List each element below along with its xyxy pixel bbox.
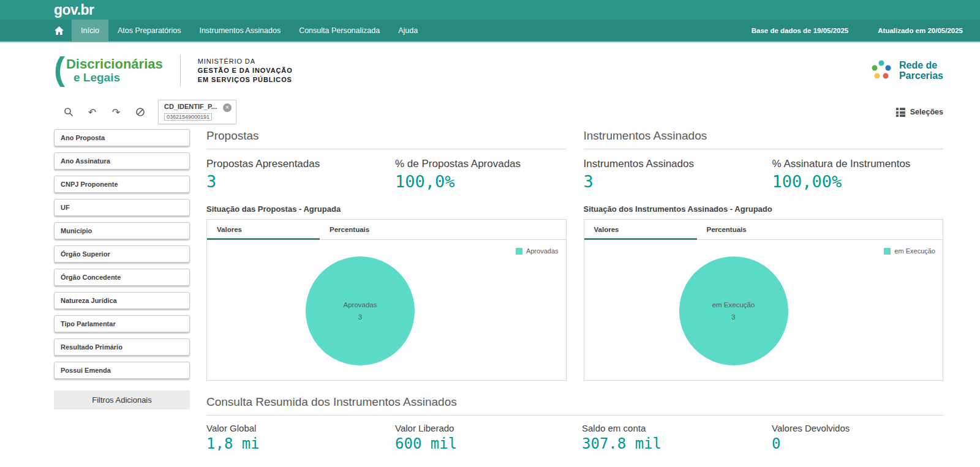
selection-chip-value: 03621549000191 [164, 113, 212, 121]
filter-tipo-parlamentar[interactable]: Tipo Parlamentar [54, 315, 190, 332]
ministry-wordmark: MINISTÉRIO DA GESTÃO E DA INOVAÇÃO EM SE… [198, 57, 293, 84]
rede-de-parcerias-icon [869, 58, 894, 83]
selections-back-button[interactable]: ↶ [84, 104, 100, 121]
filter-uf[interactable]: UF [54, 199, 190, 216]
selections-forward-button[interactable]: ↷ [108, 104, 124, 121]
pie-slice-label: Aprovadas [344, 301, 377, 308]
filters-sidebar: Ano Proposta Ano Assinatura CNPJ Propone… [54, 129, 190, 452]
clear-selections-icon [135, 107, 145, 117]
clear-selections-button[interactable] [132, 104, 148, 121]
propostas-pie-slice[interactable]: Aprovadas 3 [306, 256, 415, 365]
nav-info: Base de dados de 19/05/2025 Atualizado e… [752, 20, 963, 41]
tab-percentuais[interactable]: Percentuais [697, 220, 810, 239]
rede-text: Rede de Parcerias [899, 60, 943, 81]
discricionarias-logo: ( Discricionárias e Legais [54, 58, 163, 83]
kpi-label: % Assinatura de Instrumentos [772, 158, 944, 170]
main-navbar: Início Atos Preparatórios Instrumentos A… [0, 20, 980, 42]
home-icon [54, 26, 64, 35]
filter-ano-proposta[interactable]: Ano Proposta [54, 129, 190, 146]
smart-search-button[interactable] [60, 104, 77, 121]
top-columns: Propostas Propostas Apresentadas 3 % de … [206, 129, 943, 381]
kpi-value: 100,00% [772, 172, 944, 191]
instrumentos-section: Instrumentos Assinados Instrumentos Assi… [584, 129, 944, 381]
ministry-line3: EM SERVIÇOS PÚBLICOS [198, 75, 293, 84]
consulta-resumida-kpis: Valor Global 1,8 mi Valor Liberado 600 m… [206, 423, 943, 452]
kpi-valor-global: Valor Global 1,8 mi [206, 423, 395, 452]
legend-swatch [516, 248, 522, 255]
kpi-label: Valor Liberado [395, 423, 582, 433]
kpi-label: Valor Global [206, 423, 395, 433]
selecoes-label: Seleções [910, 108, 943, 116]
nav-item-atos-preparatorios[interactable]: Atos Preparatórios [108, 20, 190, 41]
filter-orgao-concedente[interactable]: Órgão Concedente [54, 269, 190, 286]
filter-ano-assinatura[interactable]: Ano Assinatura [54, 152, 190, 170]
kpi-value: 0 [772, 435, 943, 452]
dashboard-main: Propostas Propostas Apresentadas 3 % de … [190, 129, 980, 452]
step-back-icon: ↶ [88, 106, 96, 118]
instrumentos-legend[interactable]: em Execução [884, 247, 935, 255]
kpi-label: Saldo em conta [582, 423, 772, 433]
kpi-value: 307.8 mil [582, 435, 772, 452]
selection-chip-cd-identif[interactable]: CD_IDENTIF_P... 03621549000191 × [158, 100, 236, 124]
selection-chip-field: CD_IDENTIF_P... [164, 103, 217, 110]
filter-resultado-primario[interactable]: Resultado Primário [54, 338, 190, 356]
home-button[interactable] [47, 20, 72, 41]
nav-item-ajuda[interactable]: Ajuda [389, 20, 427, 41]
propostas-chart-tabs: Valores Percentuais [207, 220, 566, 240]
kpi-value: 100,0% [395, 172, 567, 191]
tab-valores[interactable]: Valores [207, 220, 320, 239]
filter-orgao-superior[interactable]: Órgão Superior [54, 245, 190, 263]
propostas-legend[interactable]: Aprovadas [516, 247, 559, 255]
govbr-top-bar: gov.br [0, 0, 980, 20]
app-logo-line1: Discricionárias [66, 58, 163, 71]
legend-label: Aprovadas [526, 247, 559, 255]
kpi-valores-devolvidos: Valores Devolvidos 0 [772, 423, 943, 452]
instrumentos-chart-title: Situação dos Instrumentos Assinados - Ag… [584, 204, 944, 214]
kpi-value: 600 mil [395, 435, 582, 452]
dashboard-body: Ano Proposta Ano Assinatura CNPJ Propone… [0, 129, 980, 452]
step-forward-icon: ↷ [112, 106, 120, 118]
kpi-pct-propostas-aprovadas: % de Propostas Aprovadas 100,0% [395, 158, 567, 191]
pie-slice-label: em Execução [712, 301, 755, 308]
updated-date-label: Atualizado em 20/05/2025 [878, 27, 963, 34]
kpi-label: Propostas Apresentadas [206, 158, 395, 170]
govbr-logo[interactable]: gov.br [54, 2, 94, 18]
instrumentos-pie-area: em Execução em Execução 3 [584, 240, 943, 380]
propostas-chart: Valores Percentuais Aprovadas Aprovadas … [206, 219, 567, 381]
search-icon [64, 107, 74, 117]
logo-divider [180, 54, 181, 86]
selecoes-button[interactable]: Seleções [896, 108, 943, 117]
kpi-label: Valores Devolvidos [772, 423, 943, 433]
consulta-resumida-title: Consulta Resumida dos Instrumentos Assin… [206, 395, 943, 416]
filter-possui-emenda[interactable]: Possui Emenda [54, 362, 190, 379]
nav-item-inicio[interactable]: Início [72, 20, 108, 41]
discricionarias-logo-mark-icon: ( [54, 56, 65, 81]
remove-selection-button[interactable]: × [223, 103, 232, 112]
database-date-label: Base de dados de 19/05/2025 [752, 27, 849, 34]
selections-grid-icon [896, 108, 905, 117]
legend-swatch [884, 248, 891, 255]
kpi-pct-assinatura: % Assinatura de Instrumentos 100,00% [772, 158, 944, 191]
tab-percentuais[interactable]: Percentuais [320, 220, 432, 239]
rede-line1: Rede de [899, 60, 943, 70]
kpi-label: Instrumentos Assinados [584, 158, 772, 170]
instrumentos-kpis: Instrumentos Assinados 3 % Assinatura de… [584, 158, 944, 191]
kpi-label: % de Propostas Aprovadas [395, 158, 567, 170]
filtros-adicionais-button[interactable]: Filtros Adicionais [54, 390, 190, 409]
pie-slice-value: 3 [731, 313, 735, 321]
instrumentos-pie-slice[interactable]: em Execução 3 [679, 256, 788, 365]
nav-item-instrumentos-assinados[interactable]: Instrumentos Assinados [190, 20, 290, 41]
instrumentos-chart: Valores Percentuais em Execução em Execu… [584, 219, 944, 381]
kpi-valor-liberado: Valor Liberado 600 mil [395, 423, 582, 452]
tab-valores[interactable]: Valores [584, 220, 697, 239]
filter-natureza-juridica[interactable]: Natureza Jurídica [54, 292, 190, 309]
kpi-value: 3 [206, 172, 395, 191]
propostas-chart-title: Situação das Propostas - Agrupada [206, 204, 567, 214]
selections-toolbar: ↶ ↷ CD_IDENTIF_P... 03621549000191 × Sel… [0, 99, 980, 125]
nav-item-consulta-personalizada[interactable]: Consulta Personalizada [290, 20, 389, 41]
kpi-instrumentos-assinados: Instrumentos Assinados 3 [584, 158, 772, 191]
kpi-saldo-em-conta: Saldo em conta 307.8 mil [582, 423, 772, 452]
rede-line2: Parcerias [899, 70, 943, 81]
filter-cnpj-proponente[interactable]: CNPJ Proponente [54, 176, 190, 193]
filter-municipio[interactable]: Município [54, 222, 190, 239]
